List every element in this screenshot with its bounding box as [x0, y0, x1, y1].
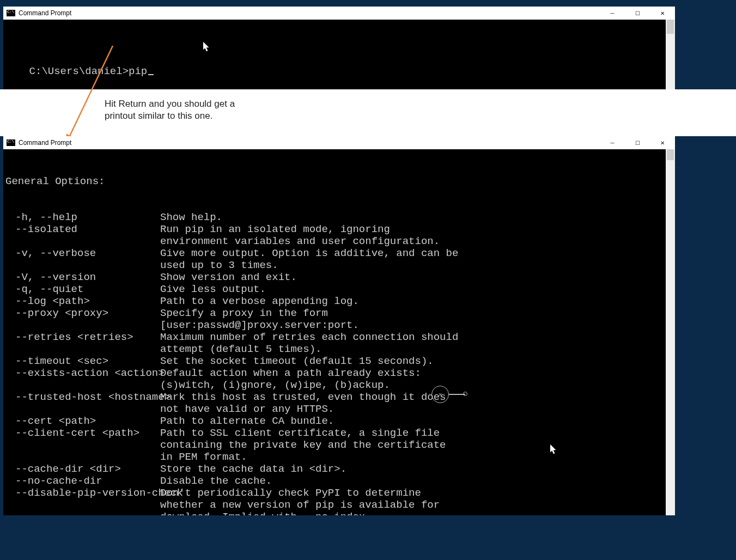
- instruction-line: printout similar to this one.: [105, 110, 736, 122]
- option-flag: --exists-action <action>: [4, 367, 160, 391]
- option-row: -h, --helpShow help.: [4, 211, 675, 223]
- option-row: --cache-dir <dir>Store the cache data in…: [4, 463, 675, 475]
- window-title: Command Prompt: [19, 9, 71, 17]
- option-description-line: Disable the cache.: [160, 475, 675, 487]
- option-description-line: download. Implied with --no-index.: [160, 511, 675, 515]
- option-description: Default action when a path already exist…: [160, 367, 675, 391]
- option-row: --cert <path>Path to alternate CA bundle…: [4, 415, 675, 427]
- option-description: Run pip in an isolated mode, ignoringenv…: [160, 223, 675, 247]
- option-description-line: [user:passwd@]proxy.server:port.: [160, 319, 675, 331]
- option-description-line: Mark this host as trusted, even though i…: [160, 391, 675, 403]
- text-caret: [148, 74, 154, 76]
- option-row: --isolatedRun pip in an isolated mode, i…: [4, 223, 675, 247]
- option-description-line: Path to alternate CA bundle.: [160, 415, 675, 427]
- option-description-line: Run pip in an isolated mode, ignoring: [160, 223, 675, 235]
- option-description: Show help.: [160, 211, 675, 223]
- maximize-button[interactable]: ☐: [625, 136, 650, 149]
- terminal-body[interactable]: General Options: -h, --helpShow help.--i…: [3, 149, 675, 515]
- scroll-thumb[interactable]: [667, 149, 674, 160]
- option-row: --disable-pip-version-checkDon't periodi…: [4, 487, 675, 515]
- option-row: --no-cache-dirDisable the cache.: [4, 475, 675, 487]
- prompt-path: C:\Users\daniel>: [29, 65, 129, 77]
- minimize-button[interactable]: ─: [600, 136, 625, 149]
- instruction-line: Hit Return and you should get a: [105, 98, 736, 110]
- option-description-line: Specify a proxy in the form: [160, 307, 675, 319]
- option-description: Mark this host as trusted, even though i…: [160, 391, 675, 415]
- typed-command: pip: [129, 65, 147, 77]
- option-description-line: whether a new version of pip is availabl…: [160, 499, 675, 511]
- option-description-line: Show help.: [160, 211, 675, 223]
- option-flag: --cache-dir <dir>: [4, 463, 160, 475]
- option-flag: --proxy <proxy>: [4, 307, 160, 331]
- option-description: Specify a proxy in the form[user:passwd@…: [160, 307, 675, 331]
- option-row: -V, --versionShow version and exit.: [4, 271, 675, 283]
- option-description-line: attempt (default 5 times).: [160, 343, 675, 355]
- close-button[interactable]: ✕: [650, 7, 675, 20]
- option-flag: --cert <path>: [4, 415, 160, 427]
- option-description-line: (s)witch, (i)gnore, (w)ipe, (b)ackup.: [160, 379, 675, 391]
- option-description-line: containing the private key and the certi…: [160, 439, 675, 451]
- option-row: -v, --verboseGive more output. Option is…: [4, 247, 675, 271]
- option-flag: --no-cache-dir: [4, 475, 160, 487]
- option-row: --trusted-host <hostname>Mark this host …: [4, 391, 675, 415]
- option-description: Path to alternate CA bundle.: [160, 415, 675, 427]
- option-row: --exists-action <action>Default action w…: [4, 367, 675, 391]
- scrollbar[interactable]: [666, 20, 675, 89]
- option-row: --client-cert <path>Path to SSL client c…: [4, 427, 675, 463]
- maximize-button[interactable]: ☐: [625, 7, 650, 20]
- option-description-line: Default action when a path already exist…: [160, 367, 675, 379]
- option-description-line: Path to SSL client certificate, a single…: [160, 427, 675, 439]
- option-flag: -V, --version: [4, 271, 160, 283]
- option-flag: --log <path>: [4, 295, 160, 307]
- option-flag: --retries <retries>: [4, 331, 160, 355]
- titlebar[interactable]: Command Prompt ─ ☐ ✕: [3, 7, 675, 20]
- option-description: Maximum number of retries each connectio…: [160, 331, 675, 355]
- command-prompt-window-input: Command Prompt ─ ☐ ✕ C:\Users\daniel>pip: [3, 7, 675, 89]
- option-description-line: Path to a verbose appending log.: [160, 295, 675, 307]
- option-description: Give more output. Option is additive, an…: [160, 247, 675, 271]
- option-description-line: used up to 3 times.: [160, 259, 675, 271]
- option-description-line: in PEM format.: [160, 451, 675, 463]
- options-header: General Options:: [4, 175, 675, 187]
- cmd-icon: [7, 139, 15, 146]
- option-description: Path to SSL client certificate, a single…: [160, 427, 675, 463]
- option-row: --retries <retries>Maximum number of ret…: [4, 331, 675, 355]
- option-row: --log <path>Path to a verbose appending …: [4, 295, 675, 307]
- option-flag: -v, --verbose: [4, 247, 160, 271]
- option-description: Path to a verbose appending log.: [160, 295, 675, 307]
- instruction-strip: Hit Return and you should get a printout…: [0, 89, 736, 136]
- option-flag: -q, --quiet: [4, 283, 160, 295]
- option-description-line: environment variables and user configura…: [160, 235, 675, 247]
- option-row: -q, --quietGive less output.: [4, 283, 675, 295]
- close-button[interactable]: ✕: [650, 136, 675, 149]
- option-flag: --disable-pip-version-check: [4, 487, 160, 515]
- option-description-line: Set the socket timeout (default 15 secon…: [160, 355, 675, 367]
- option-description-line: Store the cache data in <dir>.: [160, 463, 675, 475]
- option-flag: --trusted-host <hostname>: [4, 391, 160, 415]
- option-description: Disable the cache.: [160, 475, 675, 487]
- scroll-thumb[interactable]: [667, 20, 674, 34]
- titlebar[interactable]: Command Prompt ─ ☐ ✕: [3, 136, 675, 149]
- cmd-icon: [7, 10, 15, 16]
- option-description-line: Show version and exit.: [160, 271, 675, 283]
- minimize-button[interactable]: ─: [600, 7, 625, 20]
- option-flag: --isolated: [4, 223, 160, 247]
- option-description-line: not have valid or any HTTPS.: [160, 403, 675, 415]
- terminal-body[interactable]: C:\Users\daniel>pip: [3, 20, 675, 89]
- option-description: Don't periodically check PyPI to determi…: [160, 487, 675, 515]
- option-description-line: Give more output. Option is additive, an…: [160, 247, 675, 259]
- command-prompt-window-output: Command Prompt ─ ☐ ✕ General Options: -h…: [3, 136, 675, 515]
- option-description-line: Don't periodically check PyPI to determi…: [160, 487, 675, 499]
- option-description: Show version and exit.: [160, 271, 675, 283]
- option-row: --timeout <sec>Set the socket timeout (d…: [4, 355, 675, 367]
- option-description: Give less output.: [160, 283, 675, 295]
- option-flag: -h, --help: [4, 211, 160, 223]
- option-flag: --client-cert <path>: [4, 427, 160, 463]
- option-description: Set the socket timeout (default 15 secon…: [160, 355, 675, 367]
- option-row: --proxy <proxy>Specify a proxy in the fo…: [4, 307, 675, 331]
- option-flag: --timeout <sec>: [4, 355, 160, 367]
- scrollbar[interactable]: [666, 149, 675, 515]
- option-description-line: Give less output.: [160, 283, 675, 295]
- window-title: Command Prompt: [19, 139, 71, 147]
- option-description: Store the cache data in <dir>.: [160, 463, 675, 475]
